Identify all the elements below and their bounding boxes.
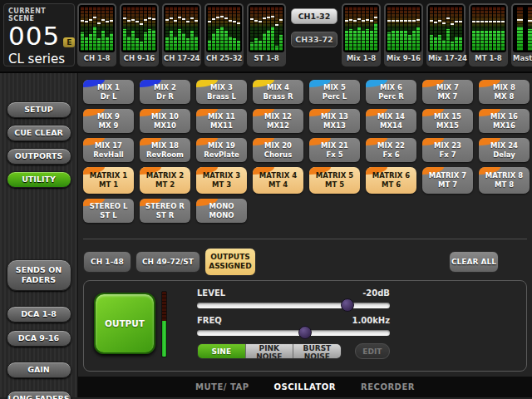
channel-filter-row: CH 1-48CH 49-72/STOUTPUTS ASSIGNED CLEAR… [83, 248, 532, 276]
bus-button-mix-17[interactable]: MIX 17RevHall [83, 138, 134, 162]
bank-ch1-32-button[interactable]: CH1-32 [291, 8, 337, 24]
sidebar-button-dca-1-8[interactable]: DCA 1-8 [7, 306, 71, 323]
bus-button-mix-14[interactable]: MIX 14MX14 [366, 109, 416, 133]
meter-fill [451, 42, 454, 51]
bus-row: MIX 9MX 9MIX 10MX10MIX 11MX11MIX 12MX12M… [83, 109, 532, 133]
bus-button-mix-24[interactable]: MIX 24Delay [479, 138, 530, 162]
sidebar-button-outports[interactable]: OUTPORTS [7, 148, 71, 165]
bus-button-mix-15[interactable]: MIX 15MX15 [422, 109, 473, 133]
bus-channel-label: MX 7 [438, 92, 458, 101]
bottom-tab-recorder[interactable]: RECORDER [361, 382, 415, 392]
meter-bar [254, 7, 258, 51]
bus-button-matrix-8[interactable]: MATRIX 8MT 8 [479, 167, 530, 194]
bus-button-mix-5[interactable]: MIX 5Perc L [309, 80, 360, 104]
bus-button-mono[interactable]: MONOMONO [196, 199, 247, 223]
meter-bar [190, 7, 194, 51]
bus-button-mix-20[interactable]: MIX 20Chorus [253, 138, 303, 162]
bus-channel-label: Perc R [378, 92, 404, 101]
filter-tab-outputs-assigned[interactable]: OUTPUTS ASSIGNED [204, 248, 256, 276]
bus-channel-label: MT 4 [268, 180, 288, 190]
meter-peak [279, 19, 283, 21]
bus-button-matrix-6[interactable]: MATRIX 6MT 6 [366, 167, 416, 194]
bus-button-mix-11[interactable]: MIX 11MX11 [196, 109, 247, 133]
bus-button-mix-16[interactable]: MIX 16MX16 [479, 109, 530, 133]
bus-button-mix-3[interactable]: MIX 3Brass L [196, 80, 247, 104]
waveform-burst-noise-button[interactable]: BURST NOISE [293, 344, 341, 358]
freq-slider-thumb[interactable] [298, 326, 312, 339]
bus-button-mix-22[interactable]: MIX 22Fx 6 [366, 138, 416, 162]
bottom-tab-oscillator[interactable]: OSCILLATOR [274, 382, 337, 392]
bus-button-mix-9[interactable]: MIX 9MX 9 [83, 109, 134, 133]
meter-peak [517, 19, 523, 21]
bus-button-mix-13[interactable]: MIX 13MX13 [309, 109, 360, 133]
bus-button-mix-2[interactable]: MIX 2Dr R [140, 80, 190, 104]
bus-button-mix-10[interactable]: MIX 10MX10 [140, 109, 190, 133]
bus-button-mix-8[interactable]: MIX 8MX 8 [479, 80, 530, 104]
filter-tab-ch-49-72-st[interactable]: CH 49-72/ST [135, 251, 200, 273]
meter-mix-1-8: Mix 1-8 [342, 3, 381, 66]
level-slider[interactable] [197, 303, 390, 308]
bus-button-matrix-5[interactable]: MATRIX 5MT 5 [309, 167, 360, 194]
oscillator-output-button[interactable]: OUTPUT [94, 293, 155, 354]
meter-peak [195, 20, 198, 22]
meter-fill [476, 31, 480, 51]
bus-button-mix-23[interactable]: MIX 23Fx 7 [422, 138, 473, 162]
meter-bar [430, 7, 433, 51]
meter-fill [174, 37, 177, 51]
waveform-pink-noise-button[interactable]: PINK NOISE [246, 344, 294, 358]
edit-button[interactable]: EDIT [355, 343, 390, 359]
meter-mix-9-16: Mix 9-16 [384, 3, 423, 66]
meter-peak [374, 17, 377, 18]
bus-button-matrix-7[interactable]: MATRIX 7MT 7 [422, 167, 473, 194]
oscillator-output-meter [161, 291, 167, 357]
meter-fill [233, 38, 236, 51]
sidebar-button-gain[interactable]: GAIN [7, 362, 71, 378]
bus-channel-label: MX 8 [495, 92, 515, 101]
bus-button-stereo-l[interactable]: STEREO LST L [83, 199, 134, 223]
bus-channel-label: RevRoom [146, 150, 184, 160]
bus-button-matrix-1[interactable]: MATRIX 1MT 1 [83, 167, 134, 194]
bus-button-mix-18[interactable]: MIX 18RevRoom [140, 138, 190, 162]
bus-button-matrix-2[interactable]: MATRIX 2MT 2 [140, 167, 190, 194]
bank-ch33-72-button[interactable]: CH33-72 [291, 32, 337, 47]
bus-button-mix-1[interactable]: MIX 1Dr L [83, 80, 134, 104]
bus-name: MIX 11 [208, 112, 235, 121]
meter-screen [513, 5, 532, 52]
sidebar-button-cue-clear[interactable]: CUE CLEAR [7, 125, 71, 141]
bus-button-stereo-r[interactable]: STEREO RST R [140, 199, 190, 223]
meter-fill [416, 27, 420, 51]
sidebar-button-utility[interactable]: UTILITY [7, 171, 71, 188]
level-label: LEVEL [197, 288, 225, 298]
bus-channel-label: MX14 [380, 121, 402, 131]
waveform-sine-button[interactable]: SINE [198, 344, 246, 358]
meter-peak [135, 21, 139, 22]
sidebar-button-dca-9-16[interactable]: DCA 9-16 [7, 330, 71, 347]
meter-bar [259, 7, 262, 51]
bus-button-mix-6[interactable]: MIX 6Perc R [366, 80, 416, 104]
clear-all-button[interactable]: CLEAR ALL [449, 251, 499, 273]
meter-bar [451, 7, 454, 51]
bus-button-mix-7[interactable]: MIX 7MX 7 [422, 80, 473, 104]
meter-peak [459, 21, 462, 22]
bus-name: MIX 20 [264, 141, 292, 150]
bus-button-mix-4[interactable]: MIX 4Brass R [253, 80, 303, 104]
bus-button-mix-12[interactable]: MIX 12MX12 [253, 109, 303, 133]
bus-button-mix-19[interactable]: MIX 19RevPlate [196, 138, 247, 162]
bus-name: MIX 24 [490, 141, 518, 150]
bus-button-matrix-3[interactable]: MATRIX 3MT 3 [196, 167, 247, 194]
freq-slider[interactable] [197, 330, 390, 336]
bus-button-mix-21[interactable]: MIX 21Fx 5 [309, 138, 360, 162]
meter-peak [182, 18, 185, 20]
bus-name: MIX 10 [151, 112, 179, 121]
meter-bar [263, 7, 266, 51]
sidebar-button-long-faders[interactable]: LONG FADERS [7, 391, 71, 399]
sidebar-button-sends-on-faders[interactable]: SENDS ON FADERS [7, 259, 71, 291]
meter-bar [362, 7, 365, 51]
level-slider-thumb[interactable] [341, 298, 354, 312]
bottom-tab-mute-tap[interactable]: MUTE/ TAP [195, 382, 249, 392]
meter-peak [480, 21, 484, 22]
filter-tab-ch-1-48[interactable]: CH 1-48 [83, 251, 131, 273]
bus-button-matrix-4[interactable]: MATRIX 4MT 4 [253, 167, 303, 194]
sidebar-button-setup[interactable]: SETUP [7, 101, 71, 118]
bus-channel-label: Fx 7 [439, 150, 456, 160]
